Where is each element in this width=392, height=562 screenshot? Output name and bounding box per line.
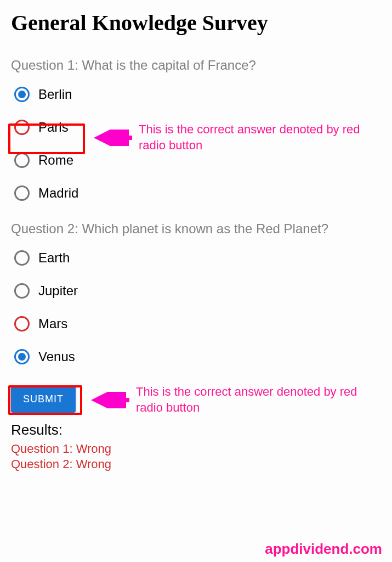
annotation-text: This is the correct answer denoted by re… (136, 384, 366, 415)
q2-option-venus[interactable]: Venus (11, 344, 381, 369)
question-2-prompt: Question 2: Which planet is known as the… (11, 221, 381, 237)
radio-icon[interactable] (14, 186, 30, 201)
arrow-icon (88, 392, 132, 408)
watermark: appdividend.com (265, 541, 382, 558)
page-title: General Knowledge Survey (11, 10, 381, 36)
result-line-2: Question 2: Wrong (11, 457, 381, 471)
radio-icon[interactable] (14, 250, 30, 266)
q2-option-earth[interactable]: Earth (11, 245, 381, 271)
option-label: Berlin (38, 87, 72, 102)
annotation-2: This is the correct answer denoted by re… (88, 384, 366, 415)
question-block-2: Question 2: Which planet is known as the… (11, 221, 381, 369)
arrow-icon (90, 130, 134, 146)
radio-icon[interactable] (14, 349, 30, 364)
option-label: Jupiter (38, 283, 78, 299)
option-label: Rome (38, 153, 73, 168)
option-label: Earth (38, 250, 70, 266)
q2-option-jupiter[interactable]: Jupiter (11, 278, 381, 304)
question-1-prompt: Question 1: What is the capital of Franc… (11, 58, 381, 73)
radio-icon[interactable] (14, 283, 30, 299)
q2-option-mars[interactable]: Mars (11, 311, 381, 336)
q1-option-madrid[interactable]: Madrid (11, 181, 381, 206)
highlight-box-q2 (8, 385, 82, 415)
option-label: Mars (38, 316, 67, 331)
q1-option-berlin[interactable]: Berlin (11, 82, 381, 107)
result-line-1: Question 1: Wrong (11, 442, 381, 456)
option-label: Venus (38, 349, 75, 364)
annotation-text: This is the correct answer denoted by re… (139, 122, 369, 153)
radio-icon[interactable] (14, 316, 30, 331)
results-heading: Results: (11, 422, 381, 439)
highlight-box-q1 (8, 123, 85, 154)
radio-icon[interactable] (14, 153, 30, 168)
annotation-1: This is the correct answer denoted by re… (90, 122, 369, 153)
radio-icon[interactable] (14, 87, 30, 102)
option-label: Madrid (38, 186, 78, 201)
